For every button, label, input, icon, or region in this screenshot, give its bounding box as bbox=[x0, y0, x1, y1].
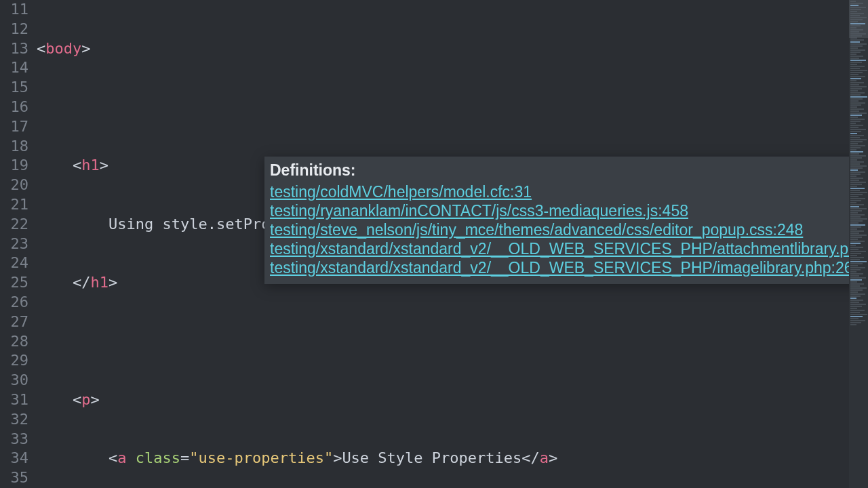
code-line: <body> bbox=[37, 39, 849, 59]
code-line bbox=[37, 332, 849, 352]
line-number: 24 bbox=[0, 253, 28, 273]
line-number: 35 bbox=[0, 468, 28, 488]
line-number: 17 bbox=[0, 117, 28, 137]
line-number: 14 bbox=[0, 58, 28, 78]
line-number: 18 bbox=[0, 137, 28, 157]
line-number: 20 bbox=[0, 176, 28, 195]
line-number: 21 bbox=[0, 195, 28, 215]
line-number: 11 bbox=[0, 0, 28, 20]
line-number: 13 bbox=[0, 39, 28, 59]
definition-link[interactable]: testing/xstandard/xstandard_v2/__OLD_WEB… bbox=[270, 239, 863, 258]
line-number: 28 bbox=[0, 332, 28, 352]
code-line: <p> bbox=[37, 390, 849, 410]
line-number: 19 bbox=[0, 156, 28, 176]
line-number: 29 bbox=[0, 351, 28, 371]
code-line: <a class="use-properties">Use Style Prop… bbox=[37, 449, 849, 468]
line-number: 34 bbox=[0, 449, 28, 468]
line-number: 22 bbox=[0, 215, 28, 235]
line-number: 31 bbox=[0, 390, 28, 410]
line-number: 32 bbox=[0, 410, 28, 430]
definition-link[interactable]: testing/xstandard/xstandard_v2/__OLD_WEB… bbox=[270, 258, 863, 277]
line-number: 33 bbox=[0, 430, 28, 449]
line-number: 23 bbox=[0, 235, 28, 254]
line-number: 15 bbox=[0, 78, 28, 98]
minimap[interactable] bbox=[849, 0, 868, 488]
definition-link[interactable]: testing/steve_nelson/js/tiny_mce/themes/… bbox=[270, 220, 863, 239]
line-number: 26 bbox=[0, 293, 28, 312]
line-number-gutter: 1112131415161718192021222324252627282930… bbox=[0, 0, 33, 488]
definition-link[interactable]: testing/ryananklam/inCONTACT/js/css3-med… bbox=[270, 201, 863, 220]
definitions-popup: Definitions: testing/coldMVC/helpers/mod… bbox=[264, 157, 868, 284]
popup-heading: Definitions: bbox=[270, 161, 863, 180]
line-number: 27 bbox=[0, 312, 28, 332]
definition-link[interactable]: testing/coldMVC/helpers/model.cfc:31 bbox=[270, 182, 863, 201]
line-number: 12 bbox=[0, 20, 28, 39]
line-number: 30 bbox=[0, 371, 28, 390]
line-number: 16 bbox=[0, 98, 28, 117]
line-number: 25 bbox=[0, 273, 28, 293]
code-line bbox=[37, 98, 849, 117]
